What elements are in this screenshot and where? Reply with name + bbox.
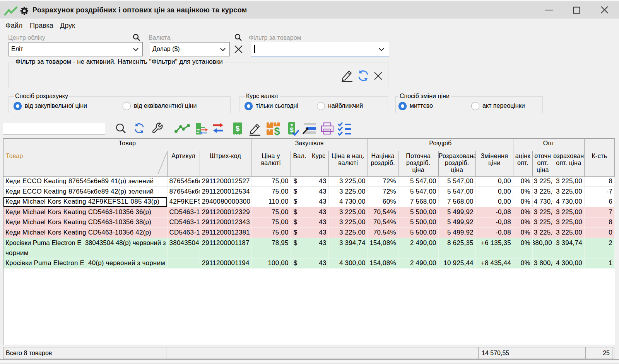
svg-text:$: $ bbox=[274, 126, 280, 136]
svg-text:$: $ bbox=[236, 124, 240, 133]
svg-text:$: $ bbox=[290, 126, 294, 134]
